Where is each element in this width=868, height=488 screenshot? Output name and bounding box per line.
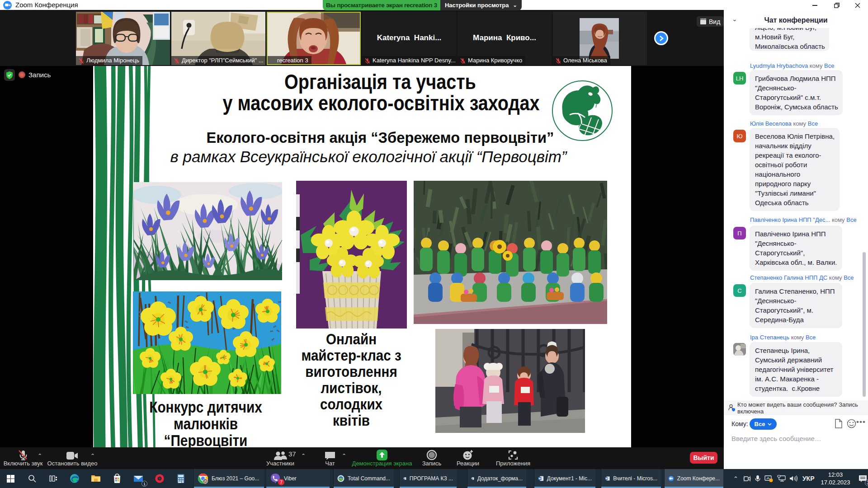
svg-text:W: W xyxy=(404,478,405,479)
svg-text:zoom: zoom xyxy=(670,476,672,477)
svg-text:W: W xyxy=(472,478,473,479)
svg-text:TC: TC xyxy=(339,478,343,480)
svg-text:Л: Л xyxy=(204,479,206,483)
svg-text:W: W xyxy=(605,477,608,480)
svg-text:W: W xyxy=(538,477,541,480)
